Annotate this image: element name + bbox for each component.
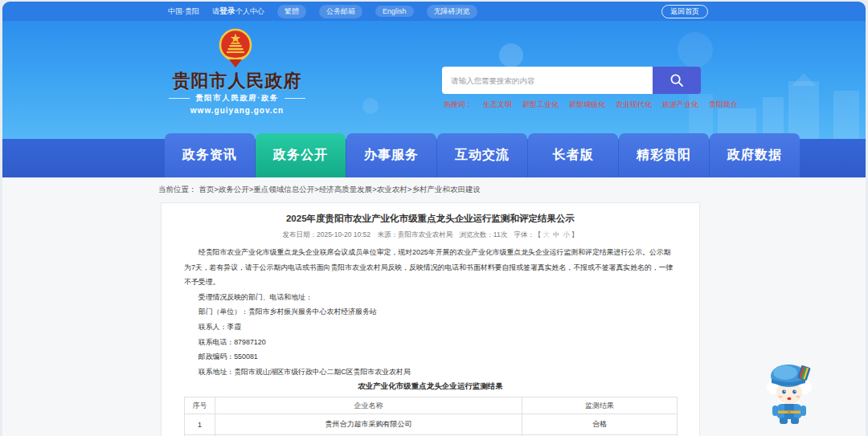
subtitle-line (285, 98, 305, 99)
header-banner: 贵阳市人民政府 贵阳市人民政府·政务 www.guiyang.gov.cn 热搜… (2, 21, 866, 139)
national-emblem-icon (219, 28, 252, 68)
topbar-login-link[interactable]: 请登录个人中心 (212, 6, 264, 17)
font-size-label: 字体：【 (514, 230, 542, 238)
table-row: 1 贵州合力超市采购有限公司 合格 (185, 414, 678, 435)
login-bold: 登录 (219, 6, 235, 15)
article-paragraph: 邮政编码：550081 (184, 349, 677, 365)
site-logo[interactable]: 贵阳市人民政府 贵阳市人民政府·政务 www.guiyang.gov.cn (149, 21, 326, 139)
article-body: 经贵阳市农业产业化市级重点龙头企业联席会议成员单位审定，现对2025年开展的农业… (184, 245, 677, 379)
pagoda-decor (792, 73, 816, 86)
site-subtitle: 贵阳市人民政府·政务 (149, 93, 326, 104)
login-suffix: 个人中心 (235, 7, 264, 15)
site-title: 贵阳市人民政府 (149, 69, 326, 93)
subtitle-text: 贵阳市人民政府·政务 (195, 93, 279, 104)
article-paragraph: 受理情况反映的部门、电话和地址： (184, 290, 677, 305)
content-area: 当前位置： 首页>政务公开>重点领域信息公开>经济高质量发展>农业农村>乡村产业… (2, 177, 866, 436)
bokeh-decor (678, 32, 713, 67)
hot-search-item[interactable]: 生态文明 (483, 100, 512, 110)
online-service-mascot[interactable] (764, 360, 815, 426)
nav-tab-interaction[interactable]: 互动交流 (437, 133, 527, 177)
nav-tab-gov-data[interactable]: 政府数据 (710, 133, 800, 177)
login-prefix: 请 (212, 7, 219, 15)
bokeh-decor (362, 98, 379, 114)
hot-search-item[interactable]: 旅游产业化 (662, 100, 698, 110)
nav-tab-news[interactable]: 政务资讯 (165, 133, 255, 177)
search-input[interactable] (442, 67, 653, 94)
breadcrumb: 当前位置： 首页>政务公开>重点领域信息公开>经济高质量发展>农业农村>乡村产业… (158, 185, 481, 195)
col-header-company: 企业名称 (215, 397, 522, 414)
nav-tab-disclosure[interactable]: 政务公开 (256, 133, 346, 177)
hot-search-label: 热搜词： (444, 100, 473, 110)
nav-tab-senior-version[interactable]: 长者版 (528, 133, 618, 177)
bokeh-decor (499, 43, 523, 67)
article-paragraph: 经贵阳市农业产业化市级重点龙头企业联席会议成员单位审定，现对2025年开展的农业… (184, 245, 677, 290)
topbar-link-china-guiyang[interactable]: 中国·贵阳 (168, 6, 199, 17)
search-icon (669, 73, 684, 88)
cityscape-decor (788, 81, 819, 139)
breadcrumb-path[interactable]: 首页>政务公开>重点领域信息公开>经济高质量发展>农业农村>乡村产业和农田建设 (199, 185, 481, 194)
topbar-links: 中国·贵阳 请登录个人中心 繁體 公务邮箱 English 无障碍浏览 (168, 2, 477, 21)
hot-search-row: 热搜词： 生态文明 新型工业化 新型城镇化 农业现代化 旅游产业化 贵阳简介 (444, 100, 738, 110)
site-url: www.guiyang.gov.cn (149, 106, 326, 115)
font-size-label-close: 】 (571, 230, 579, 238)
search-bar (442, 67, 701, 94)
hot-search-item[interactable]: 新型工业化 (522, 100, 559, 110)
top-utility-bar: 中国·贵阳 请登录个人中心 繁體 公务邮箱 English 无障碍浏览 返回首页 (2, 2, 866, 21)
article-card: 2025年度贵阳市农业产业化市级重点龙头企业运行监测和评定结果公示 发布日期：2… (161, 202, 700, 436)
font-size-large-button[interactable]: 大 (543, 230, 551, 238)
hot-search-item[interactable]: 贵阳简介 (709, 100, 738, 110)
topbar-link-english[interactable]: English (375, 6, 414, 17)
subtitle-line (169, 98, 190, 99)
source: 来源：贵阳市农业农村局 (377, 230, 452, 238)
cityscape-decor (833, 91, 859, 139)
breadcrumb-label: 当前位置： (158, 185, 197, 194)
article-paragraph: 联系地址：贵阳市观山湖区市级行政中心二期C区贵阳市农业农村局 (184, 365, 677, 380)
monitoring-result-table: 序号 企业名称 监测结果 1 贵州合力超市采购有限公司 合格 2 贵州友禾种业有… (184, 397, 678, 436)
article-paragraph: 部门（单位）：贵阳市乡村振兴服务中心农村经济服务站 (184, 304, 677, 320)
article-meta: 发布日期：2025-10-20 10:52 来源：贵阳市农业农村局 浏览次数：1… (184, 230, 677, 238)
font-size-small-button[interactable]: 小 (563, 230, 571, 238)
search-button[interactable] (653, 67, 701, 94)
table-caption: 农业产业化市级重点龙头企业运行监测结果 (184, 381, 677, 392)
publish-date: 发布日期：2025-10-20 10:52 (282, 230, 371, 238)
nav-tab-services[interactable]: 办事服务 (346, 133, 436, 177)
cell-company: 贵州合力超市采购有限公司 (215, 414, 522, 435)
col-header-index: 序号 (185, 397, 215, 414)
topbar-link-accessibility[interactable]: 无障碍浏览 (427, 5, 477, 18)
cell-index: 1 (185, 414, 215, 435)
article-title: 2025年度贵阳市农业产业化市级重点龙头企业运行监测和评定结果公示 (184, 213, 677, 225)
topbar-link-traditional[interactable]: 繁體 (277, 5, 306, 18)
view-count: 浏览次数：11次 (459, 230, 507, 238)
article-paragraph: 联系电话：87987120 (184, 335, 677, 350)
hot-search-item[interactable]: 农业现代化 (616, 100, 652, 110)
nav-tab-highlights[interactable]: 精彩贵阳 (619, 133, 709, 177)
col-header-result: 监测结果 (522, 397, 678, 414)
article-paragraph: 联系人：李霞 (184, 320, 677, 335)
hot-search-item[interactable]: 新型城镇化 (569, 100, 605, 110)
cell-result: 合格 (522, 414, 678, 435)
table-header-row: 序号 企业名称 监测结果 (185, 397, 678, 414)
topbar-link-official-mail[interactable]: 公务邮箱 (319, 5, 362, 18)
return-home-button[interactable]: 返回首页 (661, 5, 708, 18)
font-size-medium-button[interactable]: 中 (553, 230, 560, 238)
page: 中国·贵阳 请登录个人中心 繁體 公务邮箱 English 无障碍浏览 返回首页 (2, 2, 866, 436)
